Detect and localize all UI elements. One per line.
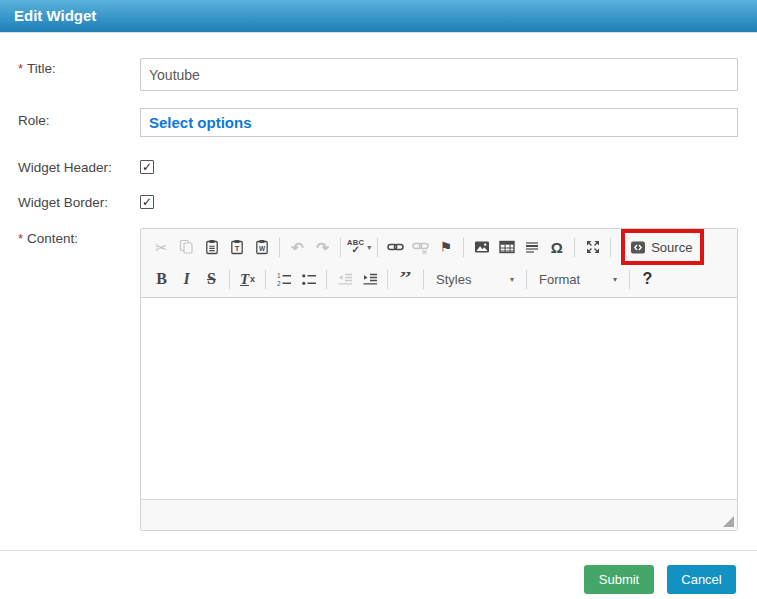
anchor-flag-icon[interactable]: ⚑ xyxy=(434,235,457,259)
styles-dropdown[interactable]: Styles ▾ xyxy=(431,267,519,291)
svg-text:T: T xyxy=(234,244,239,253)
widget-border-checkbox[interactable]: ✓ xyxy=(140,195,154,209)
editor-toolbar: ✂ T xyxy=(141,229,737,298)
editor-content-area[interactable] xyxy=(141,298,737,499)
maximize-icon[interactable] xyxy=(581,235,604,259)
dialog-header: Edit Widget xyxy=(0,0,757,33)
resize-handle-icon[interactable] xyxy=(723,516,734,527)
toolbar-separator xyxy=(279,238,280,257)
toolbar-separator xyxy=(629,270,630,289)
source-button-label: Source xyxy=(651,240,692,255)
remove-format-icon[interactable]: Tx xyxy=(236,267,259,291)
chevron-down-icon: ▾ xyxy=(613,275,617,284)
unlink-icon xyxy=(409,235,432,259)
toolbar-separator xyxy=(526,270,527,289)
title-label-text: Title: xyxy=(27,61,56,76)
italic-icon[interactable]: I xyxy=(175,267,198,291)
svg-text:2: 2 xyxy=(277,280,281,287)
widget-border-label: Widget Border: xyxy=(18,195,108,210)
svg-text:W: W xyxy=(258,245,265,252)
horizontal-line-icon[interactable] xyxy=(520,235,543,259)
toolbar-separator xyxy=(574,238,575,257)
svg-text:1: 1 xyxy=(277,272,281,279)
blockquote-icon[interactable]: ” xyxy=(394,267,417,291)
about-help-icon[interactable]: ? xyxy=(636,267,659,291)
required-marker: * xyxy=(18,231,23,246)
editor-status-bar xyxy=(141,499,737,530)
image-icon[interactable] xyxy=(470,235,493,259)
widget-header-label: Widget Header: xyxy=(18,160,112,175)
toolbar-row-1: ✂ T xyxy=(149,231,729,263)
format-dropdown-label: Format xyxy=(539,272,580,287)
role-select-options-link[interactable]: Select options xyxy=(141,114,252,131)
toolbar-separator xyxy=(423,270,424,289)
table-icon[interactable] xyxy=(495,235,518,259)
title-label: *Title: xyxy=(18,61,56,76)
indent-icon[interactable] xyxy=(358,267,381,291)
role-label: Role: xyxy=(18,113,50,128)
chevron-down-icon: ▾ xyxy=(367,243,371,252)
toolbar-separator xyxy=(265,270,266,289)
content-label-text: Content: xyxy=(27,231,78,246)
copy-icon xyxy=(175,235,198,259)
footer-divider xyxy=(0,550,757,551)
role-select-box[interactable]: Select options xyxy=(140,108,738,137)
toolbar-separator xyxy=(229,270,230,289)
undo-icon: ↶ xyxy=(286,235,309,259)
outdent-icon xyxy=(333,267,356,291)
strikethrough-icon[interactable]: S xyxy=(200,267,223,291)
rich-text-editor: ✂ T xyxy=(140,228,738,531)
cut-icon: ✂ xyxy=(150,235,173,259)
special-character-icon[interactable]: Ω xyxy=(545,235,568,259)
format-dropdown[interactable]: Format ▾ xyxy=(534,267,622,291)
toolbar-separator xyxy=(387,270,388,289)
content-label: *Content: xyxy=(18,231,78,246)
toolbar-separator xyxy=(326,270,327,289)
toolbar-separator xyxy=(340,238,341,257)
redo-icon: ↷ xyxy=(311,235,334,259)
source-icon xyxy=(630,240,646,255)
chevron-down-icon: ▾ xyxy=(510,275,514,284)
styles-dropdown-label: Styles xyxy=(436,272,471,287)
bulleted-list-icon[interactable] xyxy=(297,267,320,291)
toolbar-separator xyxy=(463,238,464,257)
toolbar-separator xyxy=(377,238,378,257)
paste-from-word-icon[interactable]: W xyxy=(250,235,273,259)
required-marker: * xyxy=(18,61,23,76)
dialog-title: Edit Widget xyxy=(0,0,757,32)
source-button-highlight[interactable]: Source xyxy=(621,229,704,265)
link-icon[interactable] xyxy=(384,235,407,259)
cancel-button[interactable]: Cancel xyxy=(667,565,736,594)
edit-widget-dialog: Edit Widget *Title: Role: Select options… xyxy=(0,0,757,599)
submit-button[interactable]: Submit xyxy=(584,565,654,594)
bold-icon[interactable]: B xyxy=(150,267,173,291)
numbered-list-icon[interactable]: 1 2 xyxy=(272,267,295,291)
toolbar-row-2: B I S Tx 1 2 xyxy=(149,263,729,295)
widget-header-checkbox[interactable]: ✓ xyxy=(140,160,154,174)
spell-check-button[interactable]: ABC ✓ ▾ xyxy=(347,235,371,259)
paste-icon[interactable] xyxy=(200,235,223,259)
paste-as-text-icon[interactable]: T xyxy=(225,235,248,259)
title-input[interactable] xyxy=(140,58,738,91)
toolbar-separator xyxy=(610,238,611,257)
